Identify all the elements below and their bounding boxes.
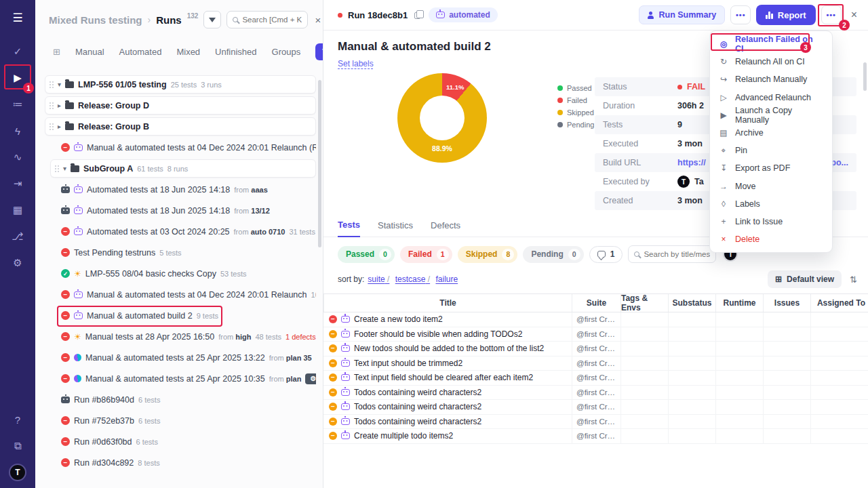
panel-close-button[interactable]: × (315, 14, 321, 26)
report-button[interactable]: Report (756, 5, 815, 25)
run-actions-more-button[interactable]: ••• (821, 5, 842, 24)
runs-tab[interactable]: Groups (272, 47, 301, 57)
run-list-item[interactable]: Manual & automated tests at 25 Apr 2025 … (45, 369, 316, 388)
drag-handle-icon[interactable] (55, 165, 56, 167)
run-summary-button[interactable]: Run Summary (639, 5, 726, 24)
run-list-item[interactable]: Run #0d63f0bd from 6 tests ⚙ (45, 432, 316, 451)
detail-tab[interactable]: Defects (431, 220, 460, 237)
test-row[interactable]: Todos containing weird characters2 @firs… (323, 386, 868, 401)
scrollbar-thumb[interactable] (318, 80, 321, 247)
run-list-item[interactable]: Run #d304c892 from 8 tests ⚙ (45, 453, 316, 472)
column-header[interactable]: Runtime (715, 294, 763, 312)
chevron-icon[interactable]: ▾ (63, 165, 66, 172)
run-list-item[interactable]: Manual & automated build 2 from 9 tests … (45, 306, 316, 325)
close-icon[interactable]: × (851, 9, 857, 21)
run-list-item[interactable]: Manual & automated tests at 04 Dec 2024 … (45, 138, 316, 157)
build-url-tail[interactable]: po... (831, 158, 848, 167)
drag-handle-icon[interactable] (50, 123, 51, 125)
runs-search-input[interactable] (242, 16, 302, 24)
view-settings-icon[interactable]: ⇅ (850, 274, 857, 285)
run-list-item[interactable]: Test Pending testruns from 5 tests ⚙ (45, 243, 316, 262)
run-list-item[interactable]: Automated tests at 18 Jun 2025 14:18 fro… (45, 180, 316, 199)
menu-item[interactable]: ↻ Relaunch All on CI (710, 53, 832, 70)
menu-item[interactable]: + Link to Issue (710, 213, 832, 230)
column-header[interactable]: Tags & Envs (620, 294, 668, 312)
column-header[interactable]: Issues (763, 294, 810, 312)
test-row[interactable]: Text input should be trimmed2 @first Cre… (323, 357, 868, 371)
grid-icon[interactable]: ⊞ (53, 47, 60, 57)
test-row[interactable]: Todos containing weird characters2 @firs… (323, 415, 868, 430)
run-list-item[interactable]: Run #752eb37b from 6 tests ⚙ (45, 411, 316, 430)
sidebar-nav-icon[interactable]: ▶ (5, 65, 31, 91)
test-row[interactable]: Todos containing weird characters2 @firs… (323, 400, 868, 415)
column-header[interactable]: Substatus (668, 294, 715, 312)
column-header[interactable]: Suite (572, 294, 620, 312)
sidebar-nav-icon[interactable]: ⎇ (5, 224, 31, 249)
set-labels-link[interactable]: Set labels (338, 59, 374, 68)
tests-search-input[interactable] (644, 250, 710, 258)
detail-tab[interactable]: Statistics (378, 220, 413, 237)
run-list-item[interactable]: Run #26d30145 from 5 tests ⚙ (45, 474, 316, 475)
sort-link[interactable]: failure (435, 274, 458, 284)
test-row[interactable]: Footer should be visible when adding TOD… (323, 327, 868, 342)
run-list-item[interactable]: Automated tests at 03 Oct 2024 20:25 fro… (45, 222, 316, 241)
sidebar-nav-icon[interactable]: ✓ (5, 39, 31, 64)
test-row[interactable]: Create multiple todo items2 @first Creat… (323, 429, 868, 444)
column-header[interactable]: Assigned To (810, 294, 868, 312)
run-list-item[interactable]: ▸ Release: Group B from ⚙ (45, 117, 316, 136)
sidebar-utility-icon[interactable]: ? (5, 407, 31, 432)
sidebar-nav-icon[interactable]: ⚙ (5, 250, 31, 276)
menu-item[interactable]: ↪ Relaunch Manually (710, 70, 832, 88)
menu-item[interactable]: ▶ Launch a Copy Manually (710, 106, 832, 124)
copy-icon[interactable] (414, 12, 420, 19)
drag-handle-icon[interactable] (50, 102, 51, 104)
status-filter-pill[interactable]: Passed 0 (338, 246, 395, 263)
drag-handle-icon[interactable] (50, 81, 51, 83)
column-header[interactable]: Title (323, 294, 572, 312)
sidebar-nav-icon[interactable]: ☰ (5, 5, 31, 30)
status-filter-pill[interactable]: Skipped 8 (458, 246, 518, 263)
chevron-icon[interactable]: ▸ (58, 102, 61, 109)
runs-tab[interactable]: Unfinished (215, 47, 256, 57)
run-list-item[interactable]: Manual & automated tests at 04 Dec 2024 … (45, 285, 316, 304)
sort-link[interactable]: testcase (395, 274, 430, 284)
run-list-item[interactable]: ▸ Release: Group D from ⚙ (45, 96, 316, 115)
sort-link[interactable]: suite (368, 274, 389, 284)
sidebar-nav-icon[interactable]: ▦ (5, 197, 31, 223)
run-list-item[interactable]: Run #b86b940d from 6 tests ⚙ (45, 390, 316, 409)
summary-more-button[interactable]: ••• (730, 5, 751, 24)
runs-tab[interactable]: Mixed (176, 47, 200, 57)
sidebar-nav-icon[interactable]: ∿ (5, 144, 31, 170)
detail-tab[interactable]: Tests (338, 220, 360, 237)
runs-tab[interactable]: Automated (119, 47, 162, 57)
menu-item[interactable]: ▤ Archive (710, 124, 832, 142)
status-filter-pill[interactable]: Pending 0 (523, 246, 583, 263)
run-list-item[interactable]: Manual tests at 28 Apr 2025 16:50 from h… (45, 327, 316, 346)
menu-item[interactable]: → Move (710, 178, 832, 195)
filter-button[interactable] (203, 11, 221, 28)
chevron-icon[interactable]: ▸ (58, 123, 61, 130)
menu-item[interactable]: ◎ Relaunch Failed on CI (710, 35, 832, 53)
sidebar-nav-icon[interactable]: ≔ (5, 92, 31, 117)
sidebar-nav-icon[interactable]: ⇥ (5, 171, 31, 197)
menu-item[interactable]: ▷ Advanced Relaunch (710, 89, 832, 106)
chevron-icon[interactable]: ▾ (58, 81, 61, 88)
user-avatar[interactable]: T (9, 464, 26, 481)
menu-item[interactable]: ⌖ Pin (710, 142, 832, 159)
breadcrumb-project[interactable]: Mixed Runs testing (49, 14, 142, 26)
scrollbar-thumb[interactable] (863, 62, 867, 91)
run-list-item[interactable]: ▾ SubGroup A from 61 tests 8 runs ⚙ (50, 159, 316, 178)
run-list-item[interactable]: Automated tests at 18 Jun 2025 14:18 fro… (45, 201, 316, 220)
test-row[interactable]: New todos should be added to the bottom … (323, 342, 868, 357)
run-list-item[interactable]: ▾ LMP-556 01/05 testing from 25 tests 3 … (45, 75, 316, 94)
menu-item[interactable]: ↧ Export as PDF (710, 159, 832, 177)
run-list-item[interactable]: Manual & automated tests at 25 Apr 2025 … (45, 348, 316, 367)
view-selector-button[interactable]: ⊞ Default view (768, 270, 842, 288)
comments-filter-pill[interactable]: 1 (589, 246, 623, 263)
menu-item[interactable]: ◊ Labels (710, 195, 832, 213)
run-list-item[interactable]: LMP-555 08/04 basic checks Copy from 53 … (45, 264, 316, 283)
test-row[interactable]: Create a new todo item2 @first Create ..… (323, 312, 868, 327)
menu-item[interactable]: × Delete (710, 230, 832, 248)
status-filter-pill[interactable]: Failed 1 (400, 246, 452, 263)
sidebar-utility-icon[interactable]: ⧉ (5, 433, 31, 459)
